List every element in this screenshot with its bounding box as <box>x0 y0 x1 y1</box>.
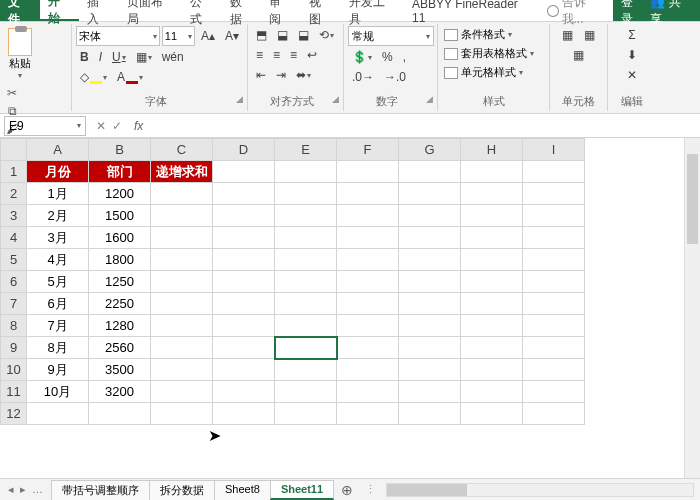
border-button[interactable]: ▦▾ <box>132 48 156 66</box>
fill-color-button[interactable]: ◇▾ <box>76 68 111 86</box>
cell-G5[interactable] <box>399 249 461 271</box>
new-sheet-button[interactable]: ⊕ <box>333 482 361 498</box>
sheet-tab[interactable]: 带括号调整顺序 <box>51 480 150 500</box>
cell-A2[interactable]: 1月 <box>27 183 89 205</box>
cell-C11[interactable] <box>151 381 213 403</box>
cell-B2[interactable]: 1200 <box>89 183 151 205</box>
format-as-table-button[interactable]: 套用表格格式▾ <box>442 45 545 62</box>
cell-H10[interactable] <box>461 359 523 381</box>
row-header-6[interactable]: 6 <box>1 271 27 293</box>
cell-C9[interactable] <box>151 337 213 359</box>
cell-E7[interactable] <box>275 293 337 315</box>
cell-B8[interactable]: 1280 <box>89 315 151 337</box>
cell-I2[interactable] <box>523 183 585 205</box>
cell-A12[interactable] <box>27 403 89 425</box>
col-header-H[interactable]: H <box>461 139 523 161</box>
cell-I3[interactable] <box>523 205 585 227</box>
row-header-4[interactable]: 4 <box>1 227 27 249</box>
cell-F7[interactable] <box>337 293 399 315</box>
align-center-icon[interactable]: ≡ <box>269 46 284 64</box>
cell-H9[interactable] <box>461 337 523 359</box>
tab-ellipsis-icon[interactable]: … <box>32 483 43 496</box>
col-header-B[interactable]: B <box>89 139 151 161</box>
col-header-E[interactable]: E <box>275 139 337 161</box>
sheet-tab[interactable]: 拆分数据 <box>149 480 215 500</box>
col-header-F[interactable]: F <box>337 139 399 161</box>
cell-C8[interactable] <box>151 315 213 337</box>
cell-H3[interactable] <box>461 205 523 227</box>
cell-B12[interactable] <box>89 403 151 425</box>
fill-icon[interactable]: ⬇ <box>623 46 641 64</box>
cell-B9[interactable]: 2560 <box>89 337 151 359</box>
cell-F5[interactable] <box>337 249 399 271</box>
increase-font-icon[interactable]: A▴ <box>197 27 219 45</box>
align-bottom-icon[interactable]: ⬓ <box>294 26 313 44</box>
cell-C7[interactable] <box>151 293 213 315</box>
cell-A7[interactable]: 6月 <box>27 293 89 315</box>
cell-I11[interactable] <box>523 381 585 403</box>
cell-A1[interactable]: 月份 <box>27 161 89 183</box>
cell-D4[interactable] <box>213 227 275 249</box>
cell-F4[interactable] <box>337 227 399 249</box>
cut-icon[interactable]: ✂ <box>4 86 20 100</box>
cell-D10[interactable] <box>213 359 275 381</box>
cell-D2[interactable] <box>213 183 275 205</box>
cell-B3[interactable]: 1500 <box>89 205 151 227</box>
align-right-icon[interactable]: ≡ <box>286 46 301 64</box>
cell-E9[interactable] <box>275 337 337 359</box>
cell-B5[interactable]: 1800 <box>89 249 151 271</box>
cell-E10[interactable] <box>275 359 337 381</box>
wrap-text-icon[interactable]: ↩ <box>303 46 321 64</box>
cell-G2[interactable] <box>399 183 461 205</box>
cell-A9[interactable]: 8月 <box>27 337 89 359</box>
cell-C3[interactable] <box>151 205 213 227</box>
cell-H2[interactable] <box>461 183 523 205</box>
cell-A3[interactable]: 2月 <box>27 205 89 227</box>
row-header-12[interactable]: 12 <box>1 403 27 425</box>
cell-F8[interactable] <box>337 315 399 337</box>
col-header-G[interactable]: G <box>399 139 461 161</box>
sheet-tab[interactable]: Sheet11 <box>270 480 334 500</box>
row-header-1[interactable]: 1 <box>1 161 27 183</box>
cell-H11[interactable] <box>461 381 523 403</box>
enter-formula-icon[interactable]: ✓ <box>112 119 122 133</box>
align-top-icon[interactable]: ⬒ <box>252 26 271 44</box>
tab-insert[interactable]: 插入 <box>79 0 119 21</box>
row-header-3[interactable]: 3 <box>1 205 27 227</box>
cell-E3[interactable] <box>275 205 337 227</box>
cell-C12[interactable] <box>151 403 213 425</box>
accounting-format-icon[interactable]: 💲▾ <box>348 48 376 66</box>
cell-E4[interactable] <box>275 227 337 249</box>
cell-H12[interactable] <box>461 403 523 425</box>
formula-bar[interactable] <box>149 116 700 136</box>
cell-F12[interactable] <box>337 403 399 425</box>
cell-B11[interactable]: 3200 <box>89 381 151 403</box>
cell-D6[interactable] <box>213 271 275 293</box>
cell-C5[interactable] <box>151 249 213 271</box>
tab-review[interactable]: 审阅 <box>261 0 301 21</box>
tab-file[interactable]: 文件 <box>0 0 40 21</box>
cell-H7[interactable] <box>461 293 523 315</box>
cell-I6[interactable] <box>523 271 585 293</box>
cell-A6[interactable]: 5月 <box>27 271 89 293</box>
insert-cells-icon[interactable]: ▦ <box>558 26 577 44</box>
align-middle-icon[interactable]: ⬓ <box>273 26 292 44</box>
cell-E5[interactable] <box>275 249 337 271</box>
cell-C1[interactable]: 递增求和 <box>151 161 213 183</box>
cell-G9[interactable] <box>399 337 461 359</box>
align-launcher[interactable]: ◢ <box>332 94 339 104</box>
cell-I10[interactable] <box>523 359 585 381</box>
cell-B1[interactable]: 部门 <box>89 161 151 183</box>
cell-D9[interactable] <box>213 337 275 359</box>
font-color-button[interactable]: A▾ <box>113 68 147 86</box>
cancel-formula-icon[interactable]: ✕ <box>96 119 106 133</box>
cell-C4[interactable] <box>151 227 213 249</box>
fx-icon[interactable]: fx <box>128 119 149 133</box>
cell-H1[interactable] <box>461 161 523 183</box>
cell-F9[interactable] <box>337 337 399 359</box>
cell-E6[interactable] <box>275 271 337 293</box>
cell-F11[interactable] <box>337 381 399 403</box>
cell-D8[interactable] <box>213 315 275 337</box>
percent-format-icon[interactable]: % <box>378 48 397 66</box>
cell-D12[interactable] <box>213 403 275 425</box>
